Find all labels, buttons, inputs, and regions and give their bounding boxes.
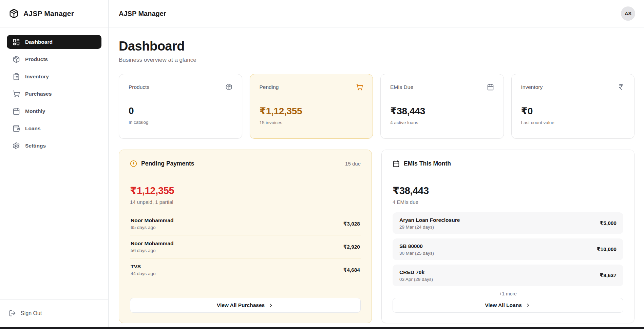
more-count-label: +1 more	[393, 291, 623, 296]
payee-age: 44 days ago	[131, 271, 156, 276]
panel-title: Pending Payments	[141, 160, 194, 167]
package-icon	[13, 56, 20, 63]
rupee-icon	[618, 83, 625, 91]
stat-card-value: ₹0	[521, 105, 625, 117]
stat-card-sub: In catalog	[129, 120, 232, 125]
page-subtitle: Business overview at a glance	[119, 57, 634, 63]
stat-card-sub: Last count value	[521, 120, 625, 125]
button-label: View All Purchases	[217, 302, 265, 308]
list-item[interactable]: CRED 70k 03 Apr (29 days) ₹8,637	[393, 265, 623, 286]
loan-name: Aryan Loan Foreclosure	[399, 217, 460, 223]
package-icon	[225, 83, 232, 91]
emis-this-month-panel: EMIs This Month ₹38,443 4 EMIs due Aryan…	[381, 150, 634, 323]
emi-amount: ₹10,000	[597, 246, 617, 252]
calendar-icon	[393, 160, 400, 167]
clipboard-list-icon	[13, 73, 20, 80]
sign-out-label: Sign Out	[21, 310, 42, 316]
stat-card-emis-due[interactable]: EMIs Due ₹38,443 4 active loans	[380, 74, 504, 139]
sidebar-item-purchases[interactable]: Purchases	[7, 87, 101, 101]
sidebar-footer: Sign Out	[0, 299, 108, 327]
pending-list: Noor Mohammad 65 days ago ₹3,028 Noor Mo…	[130, 212, 361, 281]
stat-card-sub: 4 active loans	[390, 120, 494, 125]
shopping-cart-icon	[356, 83, 363, 91]
stat-card-sub: 15 invoices	[260, 120, 363, 125]
sidebar-item-dashboard[interactable]: Dashboard	[7, 35, 101, 49]
sidebar-item-monthly[interactable]: Monthly	[7, 104, 101, 118]
app-title: AJSP Manager	[23, 9, 74, 18]
emi-total: ₹38,443	[393, 185, 623, 196]
logout-icon	[9, 310, 16, 317]
pending-payments-panel: Pending Payments 15 due ₹1,12,355 14 unp…	[119, 150, 372, 323]
sidebar-item-inventory[interactable]: Inventory	[7, 70, 101, 83]
payment-amount: ₹2,920	[343, 244, 360, 250]
sidebar-item-label: Loans	[25, 125, 41, 132]
stat-card-inventory[interactable]: Inventory ₹0 Last count value	[511, 74, 635, 139]
view-all-loans-button[interactable]: View All Loans	[393, 298, 623, 313]
sidebar-item-label: Dashboard	[25, 39, 53, 45]
stat-card-value: 0	[129, 105, 232, 116]
list-item[interactable]: Noor Mohammad 65 days ago ₹3,028	[130, 212, 361, 235]
sidebar-item-label: Purchases	[25, 91, 52, 97]
alert-circle-icon	[130, 160, 137, 167]
emi-list: Aryan Loan Foreclosure 29 Mar (24 days) …	[393, 212, 623, 286]
stat-card-value: ₹38,443	[390, 105, 494, 117]
loan-name: CRED 70k	[399, 269, 433, 275]
panels-row: Pending Payments 15 due ₹1,12,355 14 unp…	[119, 150, 634, 323]
list-item[interactable]: Aryan Loan Foreclosure 29 Mar (24 days) …	[393, 212, 623, 234]
emi-amount: ₹5,000	[600, 220, 617, 226]
sidebar-item-loans[interactable]: Loans	[7, 121, 101, 135]
sidebar-item-label: Monthly	[25, 108, 45, 114]
calendar-icon	[487, 83, 494, 91]
loan-due-date: 03 Apr (29 days)	[399, 277, 433, 282]
shopping-cart-icon	[13, 90, 20, 98]
stat-card-label: EMIs Due	[390, 84, 413, 90]
main-column: AJSP Manager AS Dashboard Business overv…	[109, 0, 644, 327]
list-item[interactable]: Noor Mohammad 56 days ago ₹2,920	[130, 235, 361, 258]
button-label: View All Loans	[485, 302, 522, 308]
chevron-right-icon	[268, 303, 274, 308]
top-header: AJSP Manager AS	[109, 0, 644, 27]
layout-dashboard-icon	[13, 38, 20, 46]
sidebar-item-products[interactable]: Products	[7, 52, 101, 66]
stat-cards-row: Products 0 In catalog Pending	[119, 74, 634, 139]
payment-amount: ₹3,028	[343, 221, 360, 227]
loan-name: SB 80000	[399, 243, 434, 249]
stat-card-label: Products	[129, 84, 149, 90]
stat-card-label: Inventory	[521, 84, 543, 90]
payee-name: Noor Mohammad	[131, 240, 174, 247]
loan-due-date: 29 Mar (24 days)	[399, 225, 460, 230]
sidebar: AJSP Manager Dashboard Products Inventor…	[0, 0, 109, 327]
stat-card-pending[interactable]: Pending ₹1,12,355 15 invoices	[250, 74, 373, 139]
app-window: AJSP Manager Dashboard Products Inventor…	[0, 0, 644, 327]
wallet-icon	[13, 125, 20, 132]
emi-amount: ₹8,637	[600, 272, 617, 278]
package-icon	[9, 8, 19, 19]
emi-summary: 4 EMIs due	[393, 199, 623, 205]
sidebar-nav: Dashboard Products Inventory Purchases	[0, 27, 108, 153]
view-all-purchases-button[interactable]: View All Purchases	[130, 298, 361, 313]
stat-card-value: ₹1,12,355	[260, 105, 363, 117]
gear-icon	[13, 142, 20, 150]
panel-title: EMIs This Month	[404, 160, 451, 167]
sidebar-item-label: Products	[25, 56, 48, 62]
payee-age: 56 days ago	[131, 248, 174, 253]
header-title: AJSP Manager	[119, 10, 166, 18]
payment-amount: ₹4,684	[343, 267, 360, 273]
calendar-icon	[13, 108, 20, 115]
sidebar-item-label: Settings	[25, 143, 46, 149]
page-title: Dashboard	[119, 39, 634, 54]
sidebar-item-settings[interactable]: Settings	[7, 139, 101, 153]
sign-out-button[interactable]: Sign Out	[9, 310, 99, 317]
payee-age: 65 days ago	[131, 225, 174, 230]
main-content: Dashboard Business overview at a glance …	[109, 27, 644, 327]
avatar[interactable]: AS	[621, 6, 635, 21]
pending-summary: 14 unpaid, 1 partial	[130, 199, 361, 205]
payee-name: TVS	[131, 264, 156, 270]
payee-name: Noor Mohammad	[131, 217, 174, 224]
stat-card-products[interactable]: Products 0 In catalog	[119, 74, 242, 139]
sidebar-item-label: Inventory	[25, 74, 49, 80]
loan-due-date: 30 Mar (25 days)	[399, 251, 434, 256]
list-item[interactable]: TVS 44 days ago ₹4,684	[130, 258, 361, 281]
list-item[interactable]: SB 80000 30 Mar (25 days) ₹10,000	[393, 238, 623, 260]
sidebar-logo: AJSP Manager	[0, 0, 108, 27]
